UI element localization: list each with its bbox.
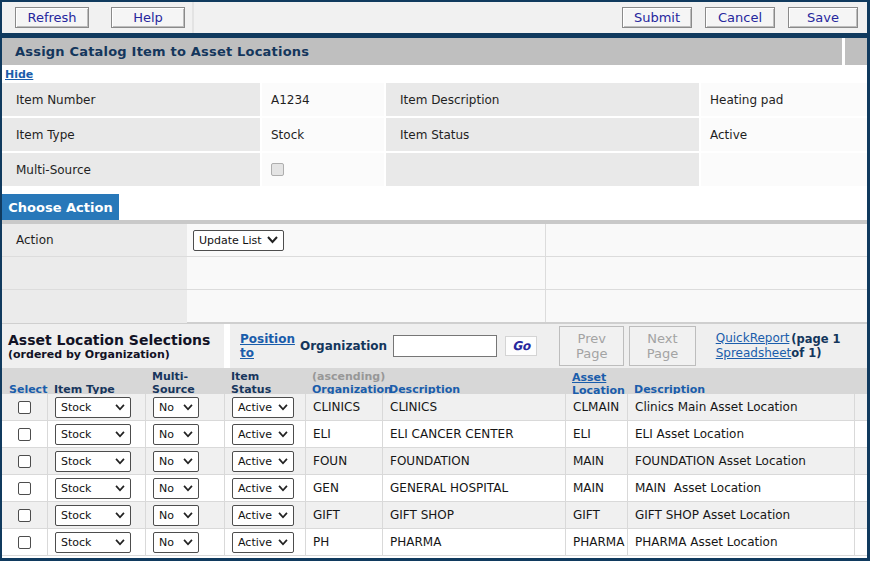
help-button[interactable]: Help [111,7,185,28]
item-status-select-value: Active [238,482,272,495]
multi-source-checkbox [271,163,284,176]
item-status-select[interactable]: Active [232,451,294,472]
spreadsheet-link[interactable]: Spreadsheet [716,346,792,361]
asset-location-cell: PHARMA [565,529,627,555]
chevron-down-icon [115,458,125,465]
asset-location-cell: GIFT [565,502,627,528]
position-to-link[interactable]: Position to [240,332,295,360]
spare-cell [854,421,868,447]
chevron-down-icon [267,236,278,244]
organization-description-cell: PHARMA [382,529,565,555]
multi-source-select[interactable]: No [153,532,199,553]
item-type-select-value: Stock [61,401,91,414]
quickreport-link[interactable]: QuickReport [716,331,792,346]
item-type-select[interactable]: Stock [55,451,131,472]
chevron-down-icon [183,485,193,492]
item-status-select[interactable]: Active [232,424,294,445]
organization-cell: FOUN [305,448,382,474]
row-select-checkbox[interactable] [18,509,31,522]
organization-description-cell: FOUNDATION [382,448,565,474]
multi-source-select[interactable]: No [153,478,199,499]
table-row: Stock No Active GIFT GIFT SHOP GIFT GIFT… [2,502,867,529]
item-type-select[interactable]: Stock [55,532,131,553]
item-type-select[interactable]: Stock [55,424,131,445]
item-summary-form: Item Number A1234 Item Description Heati… [2,83,867,186]
multi-source-select[interactable]: No [153,424,199,445]
item-type-select-value: Stock [61,509,91,522]
tab-choose-action[interactable]: Choose Action [2,194,119,220]
organization-description-cell: CLINICS [382,394,565,420]
spacer [2,186,867,194]
row-select-checkbox[interactable] [18,482,31,495]
action-select[interactable]: Update List [193,230,284,251]
action-divider [545,224,546,322]
multi-source-select-value: No [159,509,174,522]
spare-cell [854,448,868,474]
item-status-select-value: Active [238,428,272,441]
item-status-select[interactable]: Active [232,505,294,526]
chevron-down-icon [183,539,193,546]
app-window: Refresh Help Submit Cancel Save Assign C… [0,0,870,561]
multi-source-select-value: No [159,401,174,414]
section-divider [224,324,230,368]
item-status-select[interactable]: Active [232,532,294,553]
item-status-select[interactable]: Active [232,478,294,499]
table-row: Stock No Active FOUN FOUNDATION MAIN FOU… [2,448,867,475]
selections-subtitle: (ordered by Organization) [8,348,224,361]
multi-source-label: Multi-Source [2,153,260,186]
refresh-button[interactable]: Refresh [15,7,89,28]
item-status-select-value: Active [238,509,272,522]
spare-cell [854,502,868,528]
row-select-checkbox[interactable] [18,401,31,414]
table-row: Stock No Active PH PHARMA PHARMA PHARMA … [2,529,867,556]
toolbar-divider [192,2,194,33]
item-type-select[interactable]: Stock [55,397,131,418]
submit-button[interactable]: Submit [622,7,692,28]
asset-location-description-cell: Clinics Main Asset Location [627,394,854,420]
sort-ascending-note: (ascending) [312,370,378,383]
multi-source-select[interactable]: No [153,505,199,526]
item-type-select[interactable]: Stock [55,478,131,499]
item-type-select-value: Stock [61,536,91,549]
empty-action-cell [187,257,867,289]
position-to-input[interactable] [393,335,497,357]
item-type-select-value: Stock [61,455,91,468]
chevron-down-icon [278,431,288,438]
organization-description-cell: GIFT SHOP [382,502,565,528]
table-body: Stock No Active CLINICS CLINICS CLMAIN C… [2,394,867,558]
next-page-button[interactable]: Next Page [629,326,695,366]
organization-cell: GEN [305,475,382,501]
cancel-button[interactable]: Cancel [705,7,775,28]
asset-location-description-cell: ELI Asset Location [627,421,854,447]
row-select-checkbox[interactable] [18,455,31,468]
column-header-item-status: Item Status [231,370,301,396]
spare-cell [854,529,868,555]
save-button[interactable]: Save [788,7,858,28]
multi-source-select-value: No [159,482,174,495]
item-type-select-value: Stock [61,482,91,495]
asset-location-cell: CLMAIN [565,394,627,420]
row-select-checkbox[interactable] [18,428,31,441]
prev-page-button[interactable]: Prev Page [559,326,624,366]
chevron-down-icon [278,458,288,465]
item-status-label: Item Status [386,118,699,151]
multi-source-select[interactable]: No [153,451,199,472]
row-select-checkbox[interactable] [18,536,31,549]
go-button[interactable]: Go [505,336,537,356]
item-type-value: Stock [262,118,384,151]
action-label: Action [2,224,187,256]
action-area: Action Update List [2,224,867,322]
top-toolbar: Refresh Help Submit Cancel Save [2,2,867,33]
item-status-select[interactable]: Active [232,397,294,418]
multi-source-select[interactable]: No [153,397,199,418]
chevron-down-icon [278,512,288,519]
hide-link[interactable]: Hide [5,68,33,81]
asset-location-cell: MAIN [565,448,627,474]
chevron-down-icon [278,539,288,546]
position-field-label: Organization [300,339,387,353]
item-description-value: Heating pad [701,83,870,116]
multi-source-value-cell [262,153,384,186]
item-type-select[interactable]: Stock [55,505,131,526]
chevron-down-icon [115,404,125,411]
table-header: Select Item Type Multi-Source Item Statu… [2,368,867,394]
